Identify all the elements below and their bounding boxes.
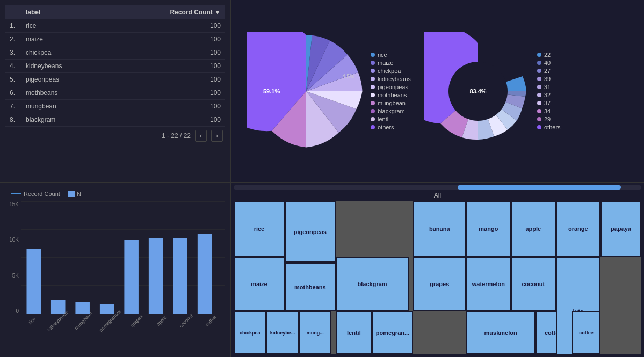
donut-legend-label: 32	[544, 92, 551, 98]
donut-label-834: 83.4%	[469, 88, 486, 94]
row-label: blackgram	[21, 113, 109, 127]
treemap-cell: lentil	[336, 311, 372, 354]
donut-legend-item: 39	[537, 76, 561, 82]
table-row: 3. chickpea 100	[5, 46, 225, 60]
pie-legend-item: lentil	[371, 116, 419, 122]
treemap-title: All	[234, 192, 641, 199]
donut-legend-label: 29	[544, 116, 551, 122]
table-row: 5. pigeonpeas 100	[5, 73, 225, 86]
donut-legend-item: others	[537, 124, 561, 130]
legend-dot	[371, 101, 375, 105]
bar-legend-record-count: Record Count	[11, 191, 60, 197]
treemap-cell: banana	[413, 201, 466, 257]
donut-legend-label: 37	[544, 100, 551, 106]
row-label: pigeonpeas	[21, 73, 109, 86]
legend-label: rice	[378, 52, 387, 58]
row-label: maize	[21, 33, 109, 46]
treemap-cell: watermelon	[466, 257, 511, 312]
treemap-panel: All ricemaizechickpeakidneybe...pigeonpe…	[231, 183, 644, 357]
table-panel: label Record Count ▼ 1. rice 100 2. maiz…	[0, 0, 231, 183]
pie-label-59: 59.1%	[263, 88, 280, 94]
pie-legend-item: kidneybeans	[371, 76, 419, 82]
donut-legend-dot	[537, 85, 541, 89]
col-label-header: label	[21, 5, 109, 19]
donut-legend-item: 29	[537, 116, 561, 122]
donut-legend: 224027393132373429others	[537, 52, 561, 130]
donut-legend-item: 34	[537, 108, 561, 114]
donut-legend-dot	[537, 117, 541, 121]
donut-legend-dot	[537, 93, 541, 97]
dashboard: label Record Count ▼ 1. rice 100 2. maiz…	[0, 0, 644, 357]
treemap-cell: kidneybe...	[266, 311, 299, 354]
treemap-cell: mung...	[299, 311, 331, 354]
legend-dot	[371, 77, 375, 81]
treemap-cell: orange	[556, 201, 600, 257]
legend-label: mungbean	[378, 100, 406, 106]
treemap-cell: grapes	[413, 257, 466, 312]
treemap-cell: muskmelon	[466, 311, 536, 354]
bar-legend: Record Count N	[5, 191, 225, 197]
row-label: rice	[21, 19, 109, 33]
row-label: kidneybeans	[21, 60, 109, 73]
treemap-cell: pomegran...	[372, 311, 413, 354]
pie-legend-item: mungbean	[371, 100, 419, 106]
donut-legend-dot	[537, 53, 541, 57]
row-count: 100	[109, 46, 225, 60]
legend-label: others	[378, 124, 394, 130]
row-label: mothbeans	[21, 86, 109, 100]
legend-label: maize	[378, 60, 393, 66]
legend-label: blackgram	[378, 108, 405, 114]
donut-legend-dot	[537, 125, 541, 129]
bar-grapes	[124, 240, 139, 314]
bar-legend-box	[68, 191, 75, 197]
pie-legend-item: mothbeans	[371, 92, 419, 98]
table-row: 2. maize 100	[5, 33, 225, 46]
bar-panel: Record Count N 15K 10K 5K 0	[0, 183, 231, 357]
row-num: 6.	[5, 86, 21, 100]
legend-label: kidneybeans	[378, 76, 411, 82]
table-row: 7. mungbean 100	[5, 100, 225, 113]
row-count: 100	[109, 60, 225, 73]
row-count: 100	[109, 86, 225, 100]
next-page-button[interactable]: ›	[211, 130, 223, 142]
treemap-cell: coffee	[572, 311, 600, 354]
pagination-text: 1 - 22 / 22	[162, 132, 191, 140]
table-row: 4. kidneybeans 100	[5, 60, 225, 73]
bar-coffee	[198, 234, 212, 314]
donut-legend-dot	[537, 69, 541, 73]
treemap-scrollbar[interactable]	[234, 185, 641, 190]
donut-legend-dot	[537, 77, 541, 81]
row-count: 100	[109, 100, 225, 113]
legend-dot	[371, 53, 375, 57]
legend-dot	[371, 93, 375, 97]
treemap-scrollbar-thumb[interactable]	[458, 185, 621, 190]
row-num: 3.	[5, 46, 21, 60]
row-num: 1.	[5, 19, 21, 33]
legend-label: pigeonpeas	[378, 84, 408, 90]
donut-legend-label: others	[544, 124, 561, 130]
pie-legend-item: others	[371, 124, 419, 130]
row-num: 8.	[5, 113, 21, 127]
row-label: mungbean	[21, 100, 109, 113]
donut-legend-label: 22	[544, 52, 551, 58]
legend-label: lentil	[378, 116, 390, 122]
legend-label: chickpea	[378, 68, 401, 74]
pagination: 1 - 22 / 22 ‹ ›	[5, 127, 225, 142]
donut-chart: 83.4%	[424, 32, 532, 150]
treemap-cell: blackgram	[336, 257, 409, 312]
bar-apple	[149, 238, 163, 314]
pie-legend-item: chickpea	[371, 68, 419, 74]
prev-page-button[interactable]: ‹	[195, 130, 207, 142]
donut-legend-label: 31	[544, 84, 551, 90]
donut-legend-label: 39	[544, 76, 551, 82]
bar-rice	[26, 249, 41, 314]
donut-legend-label: 34	[544, 108, 551, 114]
treemap-cell: maize	[234, 257, 285, 312]
treemap-cell: coconut	[511, 257, 555, 312]
treemap-cell: chickpea	[234, 311, 266, 354]
row-num: 7.	[5, 100, 21, 113]
treemap-cell: mango	[466, 201, 511, 257]
legend-dot	[371, 61, 375, 65]
bar-pomegranate	[100, 304, 114, 314]
donut-legend-item: 32	[537, 92, 561, 98]
